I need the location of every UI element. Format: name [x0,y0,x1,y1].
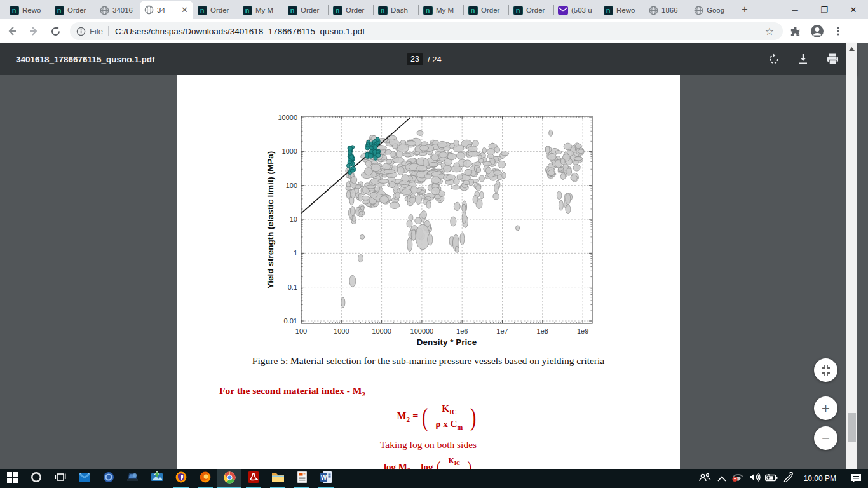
globe-favicon [144,5,154,15]
firefox-shield-taskbar-button[interactable] [169,469,193,488]
material-ellipse [479,175,484,182]
page-controls: 23 / 24 [407,53,442,65]
material-ellipse [415,217,422,224]
scroll-up-arrow[interactable] [846,43,857,54]
material-ellipse [390,181,395,187]
material-ellipse [486,167,491,174]
forward-button[interactable] [24,22,43,41]
start-taskbar-button[interactable] [0,469,24,488]
material-ellipse [402,189,412,194]
material-ellipse [516,226,520,231]
site-logo-favicon: n [54,5,64,15]
site-logo-favicon: n [423,5,433,15]
maximize-button[interactable]: ❐ [810,0,839,19]
battery-tray-button[interactable] [763,469,780,488]
browser-tab[interactable]: nRewo [599,1,644,19]
bookmark-star-icon[interactable]: ☆ [763,25,776,37]
browser-tab[interactable]: nMy M [238,1,283,19]
task-view-taskbar-button[interactable] [48,469,72,488]
tab-title: (503 u [571,6,595,14]
tab-title: Rewo [22,6,46,14]
mail-taskbar-button[interactable] [72,469,97,488]
browser-tab[interactable]: nOrder [464,1,508,19]
close-button[interactable]: ✕ [839,0,868,19]
reload-icon [50,26,61,37]
section-heading: For the second material index - M2 [219,385,365,398]
browser-tab[interactable]: nMy M [419,1,463,19]
docs-taskbar-button[interactable] [290,469,314,488]
profile-avatar-icon[interactable] [810,24,824,38]
url-text[interactable]: C:/Users/chrispas/Downloads/3401618_1786… [115,27,763,36]
svg-text:100: 100 [286,182,297,189]
cortana-taskbar-button[interactable] [24,469,48,488]
browser-tab[interactable]: nRewo [5,1,50,19]
material-ellipse [439,152,448,158]
scrollbar[interactable] [846,43,857,469]
svg-text:0.01: 0.01 [284,317,297,325]
address-bar[interactable]: File C:/Users/chrispas/Downloads/3401618… [70,22,783,40]
zoom-out-button[interactable]: − [814,426,837,450]
network-error-tray-button[interactable] [730,469,747,488]
browser-tab-active[interactable]: 34✕ [140,1,193,19]
svg-text:W: W [321,474,327,481]
material-ellipse [560,173,566,179]
print-icon[interactable] [826,53,839,65]
selected-material-ellipse [365,146,370,150]
fit-to-page-button[interactable] [814,358,837,382]
word-taskbar-button[interactable]: W [314,469,338,488]
browser-tab[interactable]: nDash [374,1,418,19]
material-ellipse [476,185,481,191]
taskbar-clock[interactable]: 10:00 PM [799,474,841,483]
explorer-taskbar-button[interactable] [266,469,290,488]
people-tray-button[interactable] [697,469,714,488]
menu-kebab-icon[interactable] [833,26,843,36]
browser-tab[interactable]: 1866 [644,1,689,19]
browser-tab[interactable]: nOrder [193,1,238,19]
page-number-input[interactable]: 23 [407,53,423,65]
docs-icon [297,471,307,485]
browser-tab[interactable]: (503 u [554,1,599,19]
material-ellipse [417,130,423,135]
photos-taskbar-button[interactable] [145,469,169,488]
plus-icon: + [822,402,830,416]
close-tab-icon[interactable]: ✕ [180,6,189,14]
mail-favicon [558,6,568,15]
volume-tray-button[interactable] [747,469,763,488]
browser-toolbar: File C:/Users/chrispas/Downloads/3401618… [0,19,868,43]
back-button[interactable] [3,22,22,41]
chevron-up-tray-button[interactable] [714,469,730,488]
blue-app-taskbar-button[interactable] [97,469,121,488]
new-tab-button[interactable]: + [736,1,753,18]
action-center-button[interactable] [844,469,868,488]
minimize-button[interactable]: ─ [780,0,810,19]
browser-tab[interactable]: nOrder [329,1,373,19]
rotate-icon[interactable] [768,53,780,65]
material-ellipse [371,164,381,172]
download-icon[interactable] [797,53,810,65]
firefox-taskbar-button[interactable] [193,469,217,488]
browser-tab[interactable]: Goog [689,1,734,19]
browser-tab[interactable]: nOrder [509,1,553,19]
reload-button[interactable] [46,22,65,41]
browser-tab[interactable]: 34016 [95,1,140,19]
material-ellipse [455,246,459,252]
info-icon[interactable] [76,27,86,36]
pen-tray-button[interactable] [780,469,796,488]
globe-favicon [693,5,703,15]
zoom-in-button[interactable]: + [814,396,837,420]
scroll-up-icon [849,47,855,51]
scrollbar-thumb[interactable] [848,413,856,442]
material-ellipse [559,200,563,210]
material-ellipse [480,191,484,199]
browser-tab[interactable]: nOrder [283,1,328,19]
browser-tab[interactable]: nOrder [50,1,95,19]
chrome-taskbar-button[interactable] [217,469,241,488]
acrobat-taskbar-button[interactable] [241,469,266,488]
material-ellipse [444,165,451,172]
material-ellipse [424,174,431,179]
material-ellipse [555,151,562,154]
cortana-icon [31,471,42,485]
device-app-taskbar-button[interactable] [121,469,145,488]
selected-material-ellipse [350,169,355,172]
extensions-puzzle-icon[interactable] [789,25,801,37]
